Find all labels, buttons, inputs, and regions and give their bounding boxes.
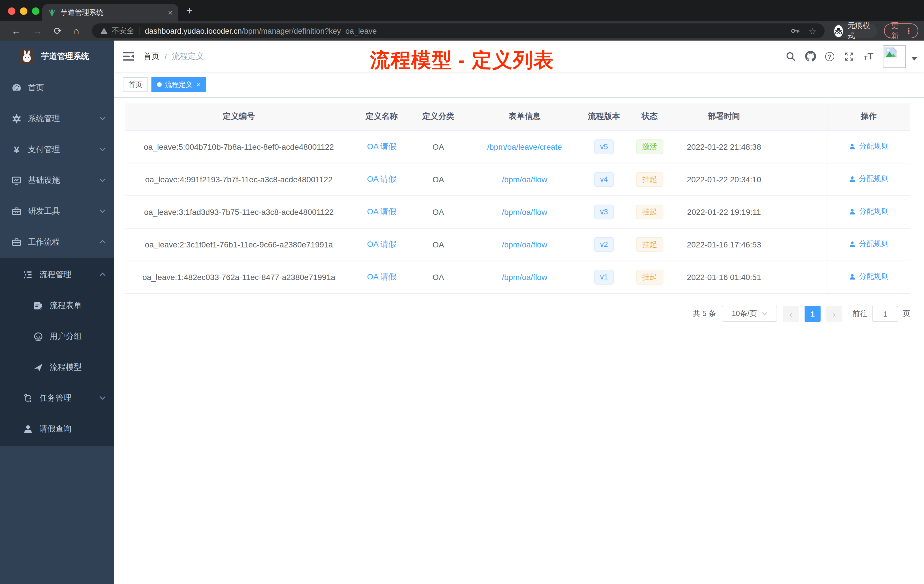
user-avatar[interactable] [883,45,906,68]
goto-page-input[interactable]: 1 [872,306,898,322]
browser-update-button[interactable]: 更新 ⋮ [884,23,918,38]
help-icon[interactable]: ? [820,46,840,66]
sidebar-item-label: 流程表单 [50,300,82,311]
form-link[interactable]: /bpm/oa/flow [502,272,548,281]
definition-name-link[interactable]: OA 请假 [367,206,396,216]
window-close-button[interactable] [8,7,15,15]
chevron-down-icon [761,312,767,315]
update-label[interactable]: 更新 [891,21,900,41]
sidebar-logo[interactable]: 芋道管理系统 [0,41,114,73]
assign-rule-button[interactable]: 分配规则 [849,272,889,282]
browser-menu-icon[interactable]: ⋮ [904,26,912,35]
form-link[interactable]: /bpm/oa/flow [502,240,548,249]
version-badge: v3 [594,204,614,219]
avatar-caret-icon[interactable] [911,57,917,60]
chevron-up-icon [99,272,106,277]
tag-process-definition[interactable]: 流程定义 × [152,77,206,92]
sidebar-item-process-form[interactable]: 流程表单 [0,290,114,321]
current-page-button[interactable]: 1 [805,306,820,322]
cell-category: OA [410,228,466,261]
assign-rule-button[interactable]: 分配规则 [849,206,889,217]
gear-icon [12,114,22,124]
page-size-select[interactable]: 10条/页 [722,306,777,322]
tab-close-icon[interactable]: × [168,8,173,16]
version-badge: v2 [594,237,614,252]
active-dot-icon [157,82,162,87]
sidebar-item-process-model[interactable]: 流程模型 [0,352,114,383]
sidebar-item-home[interactable]: 首页 [0,73,114,104]
assign-rule-button[interactable]: 分配规则 [849,239,889,249]
toolbox-icon [12,206,22,216]
breadcrumb-home[interactable]: 首页 [144,51,159,61]
github-icon[interactable] [800,46,820,66]
sidebar-item-system[interactable]: 系统管理 [0,104,114,134]
sidebar-item-payment[interactable]: ¥ 支付管理 [0,134,114,165]
sidebar-item-workflow[interactable]: 工作流程 [0,227,114,258]
user-icon [849,273,856,280]
form-link[interactable]: /bpm/oa/flow [502,175,548,184]
prev-page-button[interactable]: ‹ [783,306,799,322]
form-link[interactable]: /bpm/oa/leave/create [487,142,562,151]
tab-title: 芋道管理系统 [61,8,163,17]
definition-name-link[interactable]: OA 请假 [367,174,396,183]
search-icon[interactable] [781,46,800,66]
form-document-icon [33,300,43,311]
flow-branch-icon [23,393,33,403]
form-link[interactable]: /bpm/oa/flow [502,207,548,216]
address-bar[interactable]: 不安全 dashboard.yudao.iocoder.cn/bpm/manag… [92,23,824,38]
cell-category: OA [410,195,466,228]
user-icon [849,208,856,215]
navbar-actions: ? TT [781,45,924,68]
cell-definition-id: oa_leave:3:1fad3d93-7b75-11ec-a3c8-acde4… [125,195,353,228]
new-tab-button[interactable]: + [186,5,193,17]
cell-spacer [774,130,827,163]
cell-deploy-time: 2022-01-22 20:34:10 [674,163,774,195]
tag-close-icon[interactable]: × [196,81,200,88]
page-size-value: 10条/页 [732,308,757,319]
col-process-version: 流程版本 [583,104,625,130]
font-size-icon[interactable]: TT [859,46,878,66]
pagination: 共 5 条 10条/页 ‹ 1 › 前往 1 页 [693,306,910,322]
tag-home[interactable]: 首页 [123,77,148,92]
user-icon [849,241,856,248]
sidebar-item-task-manage[interactable]: 任务管理 [0,383,114,414]
definition-name-link[interactable]: OA 请假 [367,239,396,248]
sidebar-item-leave-query[interactable]: 请假查询 [0,414,114,445]
browser-tab-strip: 芋道管理系统 × + [0,0,924,21]
sidebar-item-infrastructure[interactable]: 基础设施 [0,165,114,196]
table-row: oa_leave:5:004b710b-7b8a-11ec-8ef0-acde4… [125,130,910,163]
next-page-button[interactable]: › [826,306,842,322]
status-badge: 激活 [636,139,663,154]
page-unit-label: 页 [903,308,910,319]
url-domain: dashboard.yudao.iocoder.cn [145,26,242,35]
cell-definition-id: oa_leave:2:3c1f0ef1-76b1-11ec-9c66-a2380… [125,228,353,261]
fullscreen-icon[interactable] [840,46,859,66]
key-icon[interactable] [790,26,800,36]
sidebar: 芋道管理系统 首页 [0,41,114,584]
table-row: oa_leave:1:482ec033-762a-11ec-8477-a2380… [125,261,910,293]
window-minimize-button[interactable] [20,7,27,15]
goto-label: 前往 [853,308,868,319]
briefcase-icon [12,237,22,247]
cell-deploy-time: 2022-01-16 01:40:51 [674,261,774,293]
forward-icon[interactable]: → [33,26,42,36]
definition-name-link[interactable]: OA 请假 [367,142,396,150]
reload-icon[interactable]: ⟳ [54,26,62,36]
assign-rule-button[interactable]: 分配规则 [849,142,889,152]
security-label[interactable]: 不安全 [112,26,134,36]
back-icon[interactable]: ← [12,26,21,36]
bookmark-star-icon[interactable]: ☆ [808,26,816,35]
col-spacer [774,104,827,130]
sidebar-item-user-group[interactable]: 用户分组 [0,321,114,352]
sidebar-item-process-manage[interactable]: 流程管理 [0,259,114,290]
home-icon[interactable]: ⌂ [73,26,79,36]
sidebar-item-devtools[interactable]: 研发工具 [0,196,114,227]
app-title: 芋道管理系统 [41,51,89,62]
window-zoom-button[interactable] [32,7,40,15]
sidebar-collapse-icon[interactable] [123,51,134,61]
col-actions: 操作 [827,104,910,130]
chevron-down-icon [99,396,106,400]
browser-tab[interactable]: 芋道管理系统 × [42,4,178,21]
definition-name-link[interactable]: OA 请假 [367,272,396,281]
assign-rule-button[interactable]: 分配规则 [849,174,889,184]
